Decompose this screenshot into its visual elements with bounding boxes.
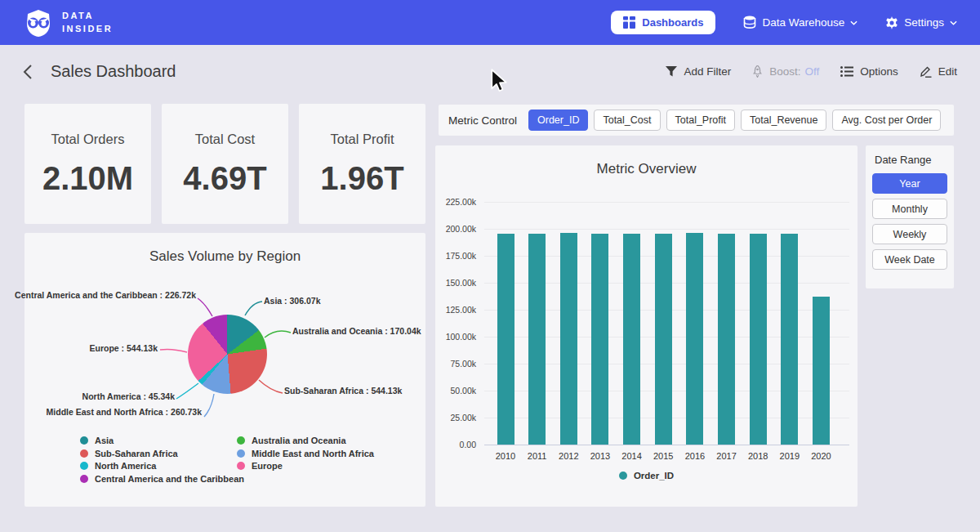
pie-slice-label: Sub-Saharan Africa : 544.13k — [284, 386, 402, 396]
options-label: Options — [860, 65, 898, 78]
pie-leader-line — [204, 394, 214, 417]
bar-2019[interactable] — [781, 234, 798, 445]
options-button[interactable]: Options — [840, 65, 898, 78]
bar-2014[interactable] — [623, 234, 640, 445]
legend-label: North America — [95, 461, 156, 471]
y-axis-tick: 25.00k — [435, 413, 476, 422]
metric-button-total-profit[interactable]: Total_Profit — [666, 110, 736, 131]
edit-label: Edit — [938, 65, 957, 78]
pie-slice-label: Australia and Oceania : 170.04k — [292, 326, 421, 336]
pie-leader-line — [160, 349, 187, 352]
legend-item-australia-and-oceania[interactable]: Australia and Oceania — [237, 436, 346, 445]
legend-dot — [619, 472, 627, 480]
kpi-label: Total Orders — [51, 132, 125, 147]
legend-dot — [80, 436, 88, 445]
bar-legend[interactable]: Order_ID — [435, 471, 858, 481]
y-axis-tick: 0.00 — [435, 440, 476, 449]
metric-button-order-id[interactable]: Order_ID — [528, 110, 588, 131]
y-axis-tick: 175.00k — [435, 251, 476, 261]
dashboards-button[interactable]: Dashboards — [611, 11, 715, 34]
bar-2011[interactable] — [528, 234, 546, 445]
legend-label: Order_ID — [634, 471, 674, 481]
legend-item-asia[interactable]: Asia — [80, 436, 114, 445]
x-axis-tick: 2015 — [646, 451, 680, 461]
date-range-label: Date Range — [872, 154, 947, 166]
brand-logo: DATA INSIDER — [23, 7, 113, 38]
x-axis-tick: 2017 — [710, 451, 744, 461]
metric-button-avg-cost-per-order[interactable]: Avg. Cost per Order — [832, 110, 941, 131]
y-axis-tick: 100.00k — [435, 332, 476, 342]
date-range-buttons: YearMonthlyWeeklyWeek Date — [872, 173, 947, 270]
data-warehouse-menu[interactable]: Data Warehouse — [743, 16, 858, 29]
date-range-button-weekly[interactable]: Weekly — [872, 224, 947, 244]
filter-funnel-icon — [666, 66, 677, 77]
metric-buttons: Order_IDTotal_CostTotal_ProfitTotal_Reve… — [528, 110, 941, 131]
page-title: Sales Dashboard — [51, 62, 176, 81]
add-filter-button[interactable]: Add Filter — [666, 65, 731, 78]
legend-label: Central America and the Caribbean — [95, 474, 244, 484]
top-navbar: DATA INSIDER Dashboards Data Warehouse — [0, 0, 980, 45]
chevron-down-icon — [950, 20, 957, 25]
pie-chart[interactable] — [188, 315, 267, 394]
metric-control-bar: Metric Control Order_IDTotal_CostTotal_P… — [439, 105, 954, 136]
gear-icon — [885, 16, 898, 29]
x-axis-tick: 2011 — [520, 451, 555, 461]
legend-item-north-america[interactable]: North America — [80, 461, 156, 471]
x-axis-tick: 2012 — [551, 451, 586, 461]
legend-label: Sub-Saharan Africa — [95, 449, 178, 458]
back-button[interactable] — [23, 65, 38, 79]
bar-2010[interactable] — [497, 234, 514, 445]
legend-dot — [237, 462, 245, 470]
bar-2018[interactable] — [750, 234, 767, 445]
legend-item-central-america-and-the-caribbean[interactable]: Central America and the Caribbean — [80, 474, 244, 484]
legend-item-sub-saharan-africa[interactable]: Sub-Saharan Africa — [80, 449, 178, 458]
bar-2015[interactable] — [655, 234, 672, 445]
legend-item-europe[interactable]: Europe — [237, 461, 283, 471]
gridline — [484, 202, 849, 203]
y-axis-tick: 50.00k — [435, 386, 476, 396]
legend-item-middle-east-and-north-africa[interactable]: Middle East and North Africa — [237, 449, 374, 458]
metric-button-total-revenue[interactable]: Total_Revenue — [741, 110, 826, 131]
boost-toggle[interactable]: Boost: Off — [752, 65, 819, 78]
legend-dot — [80, 462, 88, 470]
bar-2012[interactable] — [560, 233, 577, 445]
pie-leader-line — [198, 298, 212, 316]
bar-2020[interactable] — [813, 297, 830, 445]
boost-rocket-icon — [752, 65, 763, 78]
owl-logo-icon — [23, 7, 54, 38]
bar-chart-card: Metric Overview 225.00k200.00k175.00k150… — [435, 145, 858, 507]
date-range-button-year[interactable]: Year — [872, 173, 947, 194]
brand-line2: INSIDER — [62, 23, 113, 36]
bar-2016[interactable] — [686, 233, 703, 445]
kpi-card-total-cost: Total Cost 4.69T — [162, 104, 288, 224]
gridline — [484, 229, 849, 230]
settings-label: Settings — [904, 16, 944, 29]
kpi-value: 1.96T — [320, 160, 403, 197]
brand-line1: DATA — [62, 10, 113, 23]
gridline — [484, 445, 849, 445]
legend-label: Australia and Oceania — [252, 436, 346, 445]
bar-2013[interactable] — [591, 234, 608, 445]
boost-state: Off — [804, 65, 819, 78]
pie-slice-label: North America : 45.34k — [82, 391, 175, 401]
page-header: Sales Dashboard Add Filter Boost: Off Op — [0, 45, 980, 98]
pie-chart-area: AsiaSub-Saharan AfricaNorth AmericaCentr… — [24, 233, 425, 507]
date-range-button-monthly[interactable]: Monthly — [872, 199, 947, 219]
x-axis-tick: 2010 — [488, 451, 523, 461]
pie-chart-card: Sales Volume by Region AsiaSub-Saharan A… — [24, 233, 425, 507]
date-range-button-week-date[interactable]: Week Date — [872, 249, 947, 270]
legend-label: Europe — [252, 461, 283, 471]
kpi-card-total-profit: Total Profit 1.96T — [299, 104, 425, 224]
metric-button-total-cost[interactable]: Total_Cost — [594, 110, 660, 131]
pie-leader-line — [245, 302, 262, 315]
settings-menu[interactable]: Settings — [885, 16, 957, 29]
x-axis-tick: 2013 — [583, 451, 617, 461]
bar-2017[interactable] — [718, 234, 735, 445]
dashboards-label: Dashboards — [642, 16, 703, 29]
legend-dot — [237, 449, 245, 458]
edit-button[interactable]: Edit — [920, 65, 957, 78]
pie-slice-label: Asia : 306.07k — [264, 296, 320, 306]
pie-slice-label: Central America and the Caribbean : 226.… — [15, 290, 196, 300]
y-axis-tick: 75.00k — [435, 359, 476, 369]
kpi-card-total-orders: Total Orders 2.10M — [24, 104, 151, 224]
